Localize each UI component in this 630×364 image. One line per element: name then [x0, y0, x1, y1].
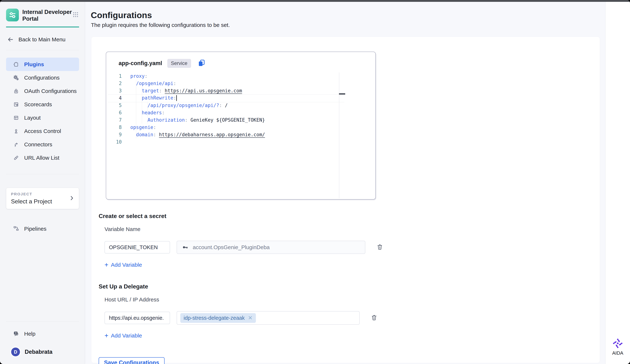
- line-content: target: https://api.us.opsgenie.com: [122, 88, 242, 93]
- code-editor[interactable]: 1proxy:2 /opsgenie/api:3 target: https:/…: [106, 72, 376, 199]
- sidebar-item-oauth-configurations[interactable]: OAuth Configurations: [6, 84, 79, 98]
- plus-icon: +: [104, 262, 108, 268]
- code-line: 5 /api/proxy/opsgenie/api/?: /: [106, 102, 376, 109]
- code-line: 10: [106, 138, 376, 146]
- secret-section-heading: Create or select a secret: [99, 213, 600, 220]
- back-arrow-icon: [7, 36, 14, 43]
- key-icon: [182, 244, 189, 251]
- sidebar-item-plugins[interactable]: Plugins: [6, 58, 79, 71]
- lock-icon: [13, 88, 20, 94]
- copy-icon[interactable]: [197, 59, 206, 68]
- back-to-main-menu[interactable]: Back to Main Menu: [6, 36, 79, 43]
- delegate-row: idp-stress-delegate-zeaak ✕: [104, 311, 600, 325]
- sidebar: Internal Developer Portal Back to Main M…: [0, 2, 85, 364]
- aida-flower-icon: [612, 338, 623, 349]
- sidebar-item-layout[interactable]: Layout: [6, 111, 79, 124]
- add-variable-label: Add Variable: [111, 262, 142, 268]
- sidebar-item-access-control[interactable]: Access Control: [6, 124, 79, 138]
- add-variable-secret[interactable]: + Add Variable: [104, 262, 600, 268]
- delete-delegate-row-icon[interactable]: [370, 314, 378, 322]
- text-cursor: [176, 95, 177, 101]
- app-window: Internal Developer Portal Back to Main M…: [0, 0, 630, 364]
- user-name: Debabrata: [25, 349, 52, 355]
- plus-icon: +: [104, 332, 108, 339]
- help-button[interactable]: ? Help: [6, 330, 79, 337]
- sidebar-item-label: Connectors: [24, 141, 52, 148]
- save-configurations-button[interactable]: Save Configurations: [99, 357, 164, 364]
- code-line: 1proxy:: [106, 72, 376, 80]
- line-number: 10: [106, 139, 122, 145]
- app-logo: [6, 8, 19, 21]
- line-number: 2: [106, 81, 122, 86]
- line-content: Authorization: GenieKey ${OPSGENIE_TOKEN…: [122, 117, 265, 123]
- editor-header: app-config.yaml Service: [106, 52, 376, 72]
- project-label: PROJECT: [11, 192, 74, 196]
- sidebar-item-label: Configurations: [24, 75, 60, 81]
- variable-name-input[interactable]: [104, 241, 170, 254]
- user-menu[interactable]: D Debabrata: [6, 348, 79, 356]
- sidebar-item-label: Plugins: [24, 61, 44, 67]
- help-chat-icon: ?: [13, 330, 20, 337]
- line-content: /opsgenie/api:: [122, 81, 176, 86]
- variable-name-label: Variable Name: [104, 226, 600, 232]
- link-icon: [13, 155, 20, 161]
- sidebar-item-label: Scorecards: [24, 101, 52, 108]
- code-lines: 1proxy:2 /opsgenie/api:3 target: https:/…: [106, 72, 376, 146]
- line-content: pathRewrite:: [122, 95, 177, 101]
- line-number: 4: [106, 95, 122, 101]
- editor-filename: app-config.yaml: [118, 60, 162, 67]
- delegate-tags-input[interactable]: idp-stress-delegate-zeaak ✕: [177, 311, 360, 325]
- puzzle-icon: [13, 61, 20, 68]
- help-label: Help: [24, 331, 36, 337]
- accent-divider: [6, 26, 79, 27]
- delete-secret-row-icon[interactable]: [376, 243, 384, 252]
- delegate-tag-label: idp-stress-delegate-zeaak: [184, 315, 245, 321]
- code-line: 4 pathRewrite:: [106, 94, 376, 102]
- sidebar-item-label: Layout: [24, 115, 41, 121]
- divider: [6, 174, 79, 174]
- line-content: /api/proxy/opsgenie/api/?: /: [122, 103, 228, 108]
- avatar: D: [11, 348, 20, 356]
- line-number: 6: [106, 110, 122, 115]
- line-number: 8: [106, 125, 122, 130]
- app-title: Internal Developer Portal: [22, 8, 72, 22]
- secret-row: account.OpsGenie_PluginDeba: [104, 241, 600, 254]
- secret-select[interactable]: account.OpsGenie_PluginDeba: [177, 241, 365, 254]
- sidebar-nav: PluginsConfigurationsOAuth Configuration…: [6, 58, 79, 164]
- main-content: Configurations The plugin requires the f…: [85, 2, 606, 364]
- aida-button[interactable]: AIDA: [606, 338, 630, 356]
- connectors-icon: [13, 141, 20, 148]
- line-number: 3: [106, 88, 122, 93]
- add-variable-label: Add Variable: [111, 333, 142, 339]
- sidebar-item-scorecards[interactable]: Scorecards: [6, 98, 79, 111]
- remove-tag-icon[interactable]: ✕: [248, 315, 252, 321]
- app-logo-row: Internal Developer Portal: [6, 8, 79, 22]
- sidebar-item-label: OAuth Configurations: [24, 88, 77, 94]
- sidebar-item-connectors[interactable]: Connectors: [6, 138, 79, 151]
- sidebar-bottom: ? Help D Debabrata: [6, 315, 79, 356]
- sidebar-item-pipelines[interactable]: Pipelines: [6, 225, 79, 233]
- pipelines-icon: [13, 225, 20, 233]
- sidebar-item-label: URL Allow List: [24, 155, 59, 161]
- svg-text:?: ?: [15, 332, 16, 335]
- sidebar-item-url-allow-list[interactable]: URL Allow List: [6, 151, 79, 164]
- window-top-strip: [0, 0, 630, 2]
- line-content: opsgenie:: [122, 125, 156, 130]
- pipelines-label: Pipelines: [24, 226, 46, 232]
- line-number: 9: [106, 132, 122, 137]
- host-url-input[interactable]: [104, 312, 170, 324]
- secret-value: account.OpsGenie_PluginDeba: [193, 244, 270, 250]
- code-line: 9 domain: https://debaharness.app.opsgen…: [106, 131, 376, 138]
- yaml-editor-card[interactable]: app-config.yaml Service 1pr: [106, 51, 376, 200]
- scorecard-icon: [13, 101, 20, 108]
- code-line: 2 /opsgenie/api:: [106, 80, 376, 87]
- sidebar-item-configurations[interactable]: Configurations: [6, 71, 79, 84]
- host-url-label: Host URL / IP Address: [104, 297, 600, 303]
- aida-label: AIDA: [612, 350, 624, 356]
- add-variable-delegate[interactable]: + Add Variable: [104, 332, 600, 339]
- app-grid-icon[interactable]: [72, 11, 79, 19]
- layout-icon: [13, 114, 20, 121]
- line-number: 5: [106, 103, 122, 108]
- project-selector[interactable]: PROJECT Select a Project: [6, 188, 79, 209]
- page-title: Configurations: [91, 10, 152, 20]
